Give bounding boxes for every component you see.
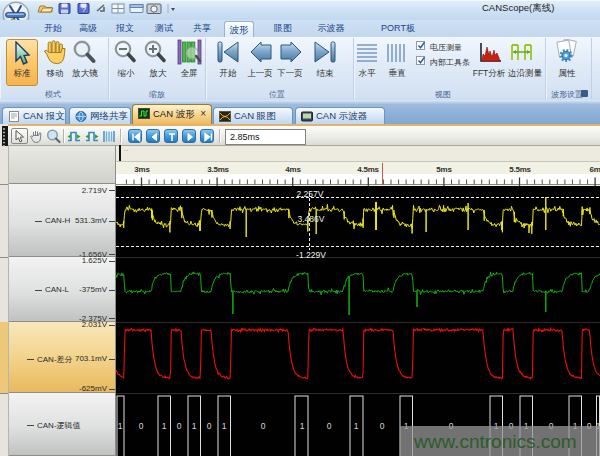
svg-text:3.486V: 3.486V [298, 214, 325, 224]
svg-text:1: 1 [222, 421, 227, 431]
svg-text:0: 0 [261, 421, 266, 431]
svg-text:1: 1 [354, 421, 359, 431]
svg-text:0: 0 [177, 421, 182, 431]
svg-text:1: 1 [300, 421, 305, 431]
svg-text:0: 0 [139, 421, 144, 431]
svg-text:0: 0 [207, 421, 212, 431]
svg-text:www.cntronics.com: www.cntronics.com [413, 431, 577, 452]
svg-text:1: 1 [118, 421, 123, 431]
svg-text:1: 1 [162, 421, 167, 431]
svg-text:0: 0 [327, 421, 332, 431]
svg-text:-1.229V: -1.229V [296, 250, 326, 260]
svg-text:0: 0 [380, 421, 385, 431]
svg-text:?: ? [82, 5, 87, 14]
svg-text:1: 1 [192, 421, 197, 431]
svg-text:2.257V: 2.257V [297, 189, 324, 199]
